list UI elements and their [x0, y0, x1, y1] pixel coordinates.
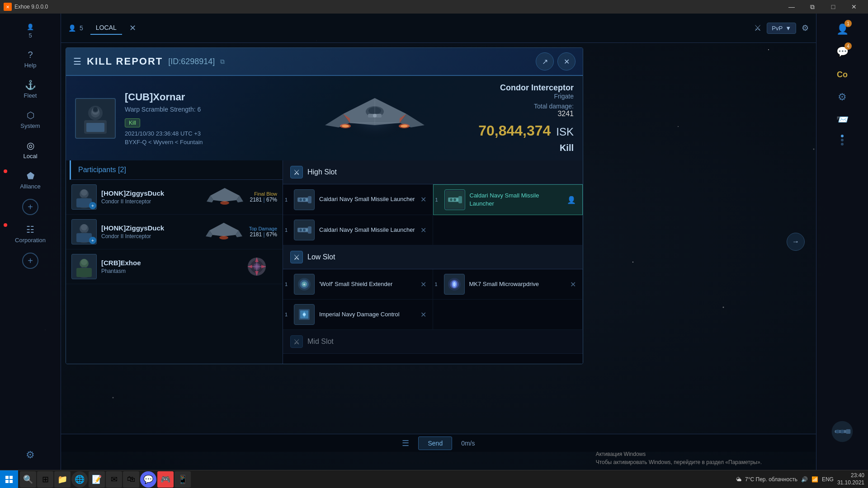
pvp-chevron-icon: ▼ [785, 25, 791, 32]
add-corp-button[interactable]: + [22, 253, 38, 269]
local-icon: ◎ [27, 140, 34, 151]
system-label: System [20, 122, 40, 129]
participant-avatar [71, 254, 97, 279]
slot-item[interactable]: 1 Caldar [283, 184, 433, 215]
kill-stats: Condor Interceptor Frigate Total damage:… [447, 83, 574, 153]
sidebar-item-fleet[interactable]: ⚓ Fleet [0, 74, 61, 104]
ship-svg [316, 89, 434, 148]
help-label: Help [24, 62, 37, 69]
nav-user-label: 5 [80, 24, 83, 32]
svg-point-36 [373, 114, 377, 117]
right-icon-settings[interactable]: ⚙ [831, 86, 854, 108]
right-icon-2[interactable]: 💬 4 [831, 41, 854, 63]
mid-slot-title: ⚔ Mid Slot [283, 330, 583, 354]
close-report-button[interactable]: ✕ [557, 52, 576, 70]
right-icon-co[interactable]: Co [831, 63, 854, 86]
taskview-taskbar-icon[interactable]: ⊞ [37, 471, 53, 488]
restore-button[interactable]: ⧉ [802, 0, 823, 14]
local-tab[interactable]: LOCAL [90, 21, 122, 35]
final-blow-label: Final Blow [250, 191, 277, 197]
slot-item[interactable]: 1 Caldar [283, 215, 433, 245]
alliance-label: Alliance [20, 183, 41, 190]
volume-icon[interactable]: 🔊 [801, 476, 808, 483]
remove-icon[interactable]: ✕ [420, 226, 426, 235]
start-button[interactable] [0, 470, 18, 488]
shield-icon-svg: + [295, 275, 313, 293]
copy-icon[interactable]: ⧉ [220, 58, 225, 66]
right-icon-chat[interactable]: 📨 [831, 108, 854, 131]
sidebar-user-count[interactable]: 👤 5 [0, 18, 61, 44]
alliance-icon: ⬟ [27, 170, 34, 181]
menu-icon[interactable]: ☰ [73, 56, 81, 67]
maximize-button[interactable]: □ [823, 0, 844, 14]
weather-icon: 🌥 [736, 476, 741, 483]
corp-dot [4, 223, 7, 227]
store-taskbar-icon[interactable]: 🛍 [123, 471, 139, 488]
high-slot-label: High Slot [307, 168, 337, 176]
keyboard-lang[interactable]: ENG [822, 476, 834, 483]
titlebar-controls: — ⧉ □ ✕ [781, 0, 864, 14]
slot-item-highlighted[interactable]: 1 Caldar [433, 184, 583, 215]
slot-item[interactable]: 1 Imperial Navy Damage Cont [283, 300, 433, 330]
pvp-mode-badge[interactable]: PvP ▼ [767, 23, 796, 34]
participant-row[interactable]: + [HONK]ZiggysDuck Condor II Interceptor [66, 215, 283, 249]
tab-close-icon[interactable]: ✕ [129, 23, 136, 33]
svg-rect-114 [9, 480, 13, 483]
sidebar-item-local[interactable]: ◎ Local [0, 135, 61, 165]
filter-icon[interactable]: ⚙ [802, 23, 809, 33]
victim-info: [CUB]Xornar Warp Scramble Strength: 6 Ki… [125, 91, 302, 145]
add-button[interactable]: + [22, 199, 38, 215]
slot-count: 1 [435, 197, 438, 202]
mail-taskbar-icon[interactable]: ✉ [106, 471, 122, 488]
sidebar-item-alliance[interactable]: ⬟ Alliance [0, 165, 61, 195]
slot-item[interactable]: 1 MK7 Small Microwarpdrive [433, 269, 583, 300]
cannon-icon-container [831, 420, 854, 443]
game-taskbar-icon[interactable]: 🎮 [157, 471, 174, 488]
remove-icon[interactable]: ✕ [420, 310, 426, 319]
search-taskbar-icon[interactable]: 🔍 [20, 471, 36, 488]
small-ship-svg-2 [205, 221, 243, 243]
participant-row[interactable]: + [HONK]ZiggysDuck Condor II Interceptor [66, 180, 283, 215]
taskbar: 🔍 ⊞ 📁 🌐 📝 ✉ 🛍 💬 🎮 📱 🌥 7°C Пер. облачност… [0, 470, 868, 488]
sidebar-item-help[interactable]: ? Help [0, 44, 61, 74]
send-button[interactable]: Send [418, 436, 452, 450]
participant-row[interactable]: [CRB]Exhoe Phantasm [66, 249, 283, 284]
chrome-taskbar-icon[interactable]: 🌐 [71, 471, 88, 488]
kill-report-id: [ID:6298914] [168, 57, 215, 66]
participant-name: [HONK]ZiggysDuck [101, 224, 199, 232]
pvp-label: PvP [772, 25, 783, 32]
files-taskbar-icon[interactable]: 📁 [54, 471, 71, 488]
discord-taskbar-icon[interactable]: 💬 [140, 471, 156, 488]
svg-rect-108 [846, 429, 850, 434]
bottom-menu-icon[interactable]: ☰ [402, 438, 409, 448]
sidebar-item-corporation[interactable]: ☷ Corporation [0, 219, 61, 249]
notepad-taskbar-icon[interactable]: 📝 [89, 471, 105, 488]
remove-icon[interactable]: ✕ [420, 195, 426, 204]
app-taskbar-icon[interactable]: 📱 [175, 471, 191, 488]
slot-item-empty [433, 300, 583, 330]
slot-item[interactable]: 1 + 'Wolf' Small Shield Exte [283, 269, 433, 300]
sidebar-item-system[interactable]: ⬡ System [0, 104, 61, 135]
right-nav-arrow[interactable]: → [787, 233, 805, 251]
corporation-label: Corporation [15, 237, 46, 244]
settings-gear-icon[interactable]: ⚙ [26, 449, 35, 461]
svg-point-31 [342, 125, 349, 127]
help-icon: ? [28, 50, 33, 60]
slot-count: 1 [285, 197, 288, 202]
taskbar-right: 🌥 7°C Пер. облачность 🔊 📶 ENG 23:40 31.1… [736, 472, 868, 486]
minimize-button[interactable]: — [781, 0, 802, 14]
remove-icon[interactable]: ✕ [570, 280, 576, 289]
svg-point-89 [299, 229, 302, 231]
small-ship-svg [206, 186, 244, 208]
right-sidebar: 👤 1 💬 4 Co ⚙ 📨 [816, 14, 868, 470]
right-icon-1[interactable]: 👤 1 [831, 18, 854, 41]
kill-report-title: KILL REPORT [87, 56, 163, 67]
network-icon[interactable]: 📶 [811, 476, 818, 483]
bottom-bar: ☰ Send 0m/s [61, 434, 816, 452]
kill-date: 2021/10/30 23:36:48 UTC +3 [125, 130, 302, 137]
close-button[interactable]: ✕ [844, 0, 864, 14]
participant-avatar: + [71, 219, 97, 244]
export-button[interactable]: ↗ [536, 52, 554, 70]
remove-icon[interactable]: ✕ [420, 280, 426, 289]
slot-count: 1 [285, 227, 288, 233]
